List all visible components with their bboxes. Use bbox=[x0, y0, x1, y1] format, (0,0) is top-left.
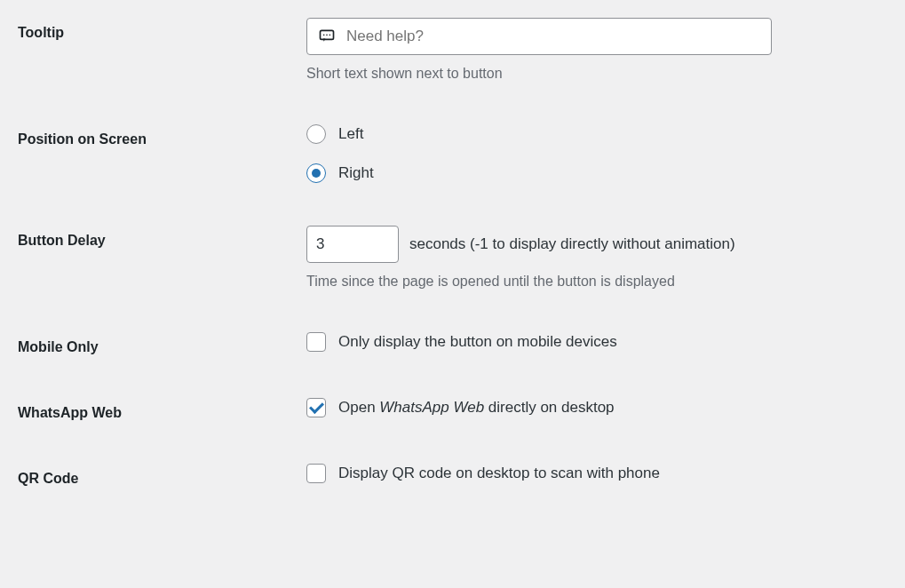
delay-field-col: seconds (-1 to display directly without … bbox=[306, 226, 896, 290]
delay-row: Button Delay seconds (-1 to display dire… bbox=[9, 226, 896, 290]
position-label: Position on Screen bbox=[18, 131, 147, 147]
position-left-item: Left bbox=[306, 124, 896, 144]
whatsapp-web-suffix: directly on desktop bbox=[484, 399, 614, 416]
qr-code-checkbox-label[interactable]: Display QR code on desktop to scan with … bbox=[338, 465, 660, 482]
delay-input[interactable] bbox=[306, 226, 399, 263]
tooltip-label-col: Tooltip bbox=[9, 18, 306, 41]
qr-code-row: QR Code Display QR code on desktop to sc… bbox=[9, 464, 896, 487]
delay-label-col: Button Delay bbox=[9, 226, 306, 249]
position-left-label[interactable]: Left bbox=[338, 125, 363, 143]
mobile-only-checkbox-label[interactable]: Only display the button on mobile device… bbox=[338, 333, 617, 351]
qr-code-label-col: QR Code bbox=[9, 464, 306, 487]
qr-code-item: Display QR code on desktop to scan with … bbox=[306, 464, 896, 483]
qr-code-field-col: Display QR code on desktop to scan with … bbox=[306, 464, 896, 483]
mobile-only-row: Mobile Only Only display the button on m… bbox=[9, 332, 896, 355]
mobile-only-label-col: Mobile Only bbox=[9, 332, 306, 355]
whatsapp-web-checkbox-label[interactable]: Open WhatsApp Web directly on desktop bbox=[338, 399, 615, 417]
whatsapp-web-field-col: Open WhatsApp Web directly on desktop bbox=[306, 398, 896, 417]
whatsapp-web-label-col: WhatsApp Web bbox=[9, 398, 306, 421]
tooltip-input[interactable] bbox=[306, 18, 772, 55]
position-left-radio[interactable] bbox=[306, 124, 326, 144]
position-row: Position on Screen Left Right bbox=[9, 124, 896, 183]
whatsapp-web-row: WhatsApp Web Open WhatsApp Web directly … bbox=[9, 398, 896, 421]
mobile-only-item: Only display the button on mobile device… bbox=[306, 332, 896, 352]
whatsapp-web-checkbox[interactable] bbox=[306, 398, 326, 417]
position-right-radio[interactable] bbox=[306, 163, 326, 183]
tooltip-row: Tooltip Short text shown next to button bbox=[9, 18, 896, 82]
tooltip-label: Tooltip bbox=[18, 25, 64, 40]
qr-code-checkbox[interactable] bbox=[306, 464, 326, 483]
whatsapp-web-item: Open WhatsApp Web directly on desktop bbox=[306, 398, 896, 417]
delay-label: Button Delay bbox=[18, 233, 106, 248]
whatsapp-web-prefix: Open bbox=[338, 399, 379, 416]
chat-bubble-icon bbox=[318, 28, 336, 45]
delay-help: Time since the page is opened until the … bbox=[306, 274, 896, 290]
position-label-col: Position on Screen bbox=[9, 124, 306, 147]
position-field-col: Left Right bbox=[306, 124, 896, 183]
settings-form: Tooltip Short text shown next to button bbox=[9, 18, 896, 487]
delay-input-row: seconds (-1 to display directly without … bbox=[306, 226, 896, 263]
svg-point-1 bbox=[323, 35, 325, 36]
tooltip-input-wrap bbox=[306, 18, 772, 55]
tooltip-help: Short text shown next to button bbox=[306, 66, 896, 82]
qr-code-label: QR Code bbox=[18, 471, 78, 486]
svg-point-2 bbox=[326, 35, 328, 36]
delay-suffix: seconds (-1 to display directly without … bbox=[409, 235, 735, 253]
position-right-label[interactable]: Right bbox=[338, 164, 374, 182]
mobile-only-checkbox[interactable] bbox=[306, 332, 326, 352]
mobile-only-label: Mobile Only bbox=[18, 339, 99, 354]
position-right-item: Right bbox=[306, 163, 896, 183]
whatsapp-web-em: WhatsApp Web bbox=[379, 399, 484, 416]
tooltip-field-col: Short text shown next to button bbox=[306, 18, 896, 82]
mobile-only-field-col: Only display the button on mobile device… bbox=[306, 332, 896, 352]
svg-point-3 bbox=[329, 35, 331, 36]
whatsapp-web-label: WhatsApp Web bbox=[18, 405, 122, 420]
